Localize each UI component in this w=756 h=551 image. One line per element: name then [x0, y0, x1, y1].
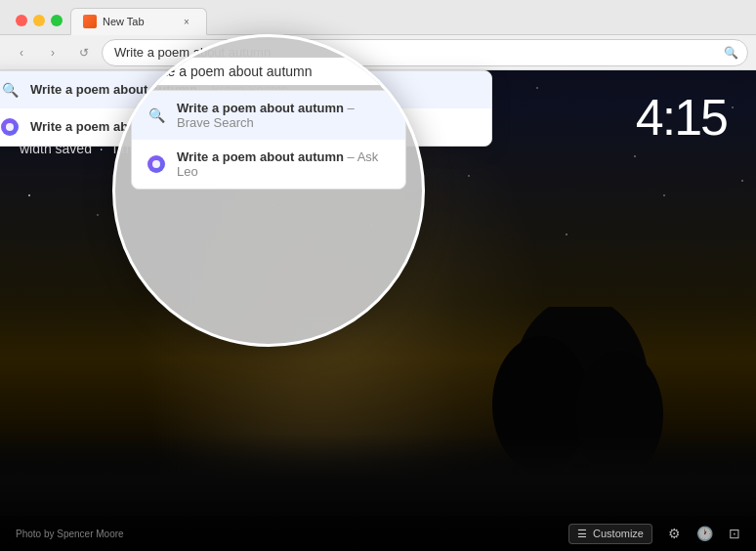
circle-brave-icon: 🔍 — [147, 106, 165, 124]
circle-leo-query: Write a poem about autumn — [177, 149, 344, 164]
circle-result-leo[interactable]: Write a poem about autumn – Ask Leo — [132, 140, 405, 189]
customize-icon: ☰ — [577, 528, 587, 540]
bottom-bar: Photo by Spencer Moore ☰ Customize ⚙ 🕐 ⊡ — [0, 516, 756, 551]
customize-button[interactable]: ☰ Customize — [568, 524, 652, 544]
active-tab[interactable]: New Tab × — [70, 8, 207, 35]
customize-label: Customize — [593, 528, 644, 539]
minimize-button[interactable] — [33, 15, 45, 26]
leo-icon-inner — [6, 123, 14, 131]
settings-icon[interactable]: ⚙ — [668, 526, 681, 541]
back-button[interactable]: ‹ — [8, 39, 35, 66]
tab-title: New Tab — [103, 16, 173, 27]
circle-leo-inner — [152, 160, 160, 168]
circle-search-text: Write a poem about autumn — [144, 64, 385, 79]
tab-favicon — [83, 15, 97, 28]
circle-brave-query: Write a poem about autumn — [177, 101, 344, 115]
circle-leo-text: Write a poem about autumn – Ask Leo — [177, 149, 390, 179]
circle-brave-text: Write a poem about autumn – Brave Search — [177, 101, 390, 130]
brave-search-icon: 🔍 — [1, 81, 19, 99]
circle-leo-icon — [147, 155, 165, 173]
tab-bar: New Tab × — [0, 0, 756, 35]
circle-magnifier: Write a poem about autumn 🔍 Write a poem… — [112, 34, 425, 347]
circle-dropdown: 🔍 Write a poem about autumn – Brave Sear… — [131, 90, 406, 190]
layout-icon[interactable]: ⊡ — [729, 526, 740, 541]
tab-close-button[interactable]: × — [179, 14, 194, 29]
leo-icon — [1, 118, 19, 136]
close-button[interactable] — [16, 15, 27, 26]
photo-credit: Photo by Spencer Moore — [16, 529, 124, 539]
toolbar: ‹ › ↺ 🔍 Write a poem about autumn – Brav… — [0, 35, 756, 70]
forward-button[interactable]: › — [39, 39, 66, 66]
address-search-icon: 🔍 — [724, 46, 738, 60]
reload-button[interactable]: ↺ — [70, 39, 98, 66]
bottom-actions: ☰ Customize ⚙ 🕐 ⊡ — [568, 524, 740, 544]
maximize-button[interactable] — [51, 15, 63, 26]
window-controls — [8, 15, 70, 34]
history-icon[interactable]: 🕐 — [696, 526, 713, 541]
circle-result-brave[interactable]: 🔍 Write a poem about autumn – Brave Sear… — [132, 91, 405, 140]
